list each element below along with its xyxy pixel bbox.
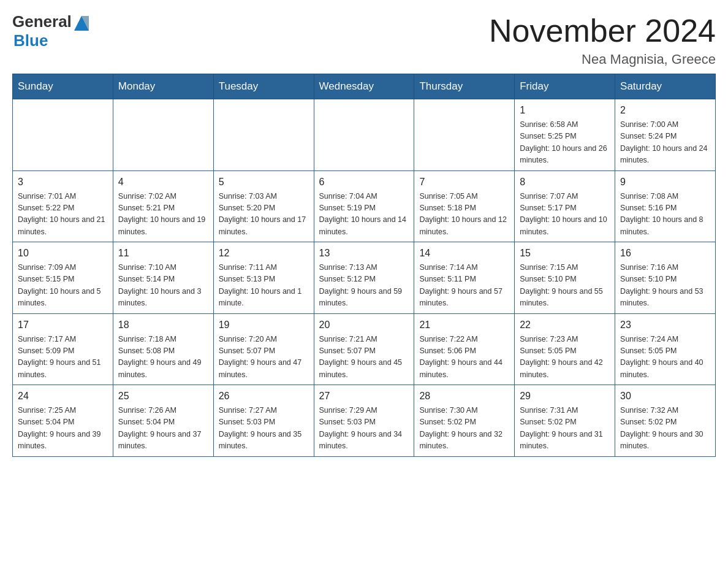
logo-blue-text: Blue xyxy=(13,31,48,50)
calendar-cell-w2-d2: 5Sunrise: 7:03 AMSunset: 5:20 PMDaylight… xyxy=(213,170,314,242)
calendar-cell-w1-d2 xyxy=(213,99,314,171)
calendar-cell-w4-d2: 19Sunrise: 7:20 AMSunset: 5:07 PMDayligh… xyxy=(213,313,314,385)
day-info: Sunrise: 7:13 AMSunset: 5:12 PMDaylight:… xyxy=(319,262,409,310)
day-info: Sunrise: 7:31 AMSunset: 5:02 PMDaylight:… xyxy=(520,405,610,453)
calendar-cell-w2-d3: 6Sunrise: 7:04 AMSunset: 5:19 PMDaylight… xyxy=(314,170,414,242)
calendar-week-5: 24Sunrise: 7:25 AMSunset: 5:04 PMDayligh… xyxy=(13,385,716,457)
day-info: Sunrise: 6:58 AMSunset: 5:25 PMDaylight:… xyxy=(520,119,610,167)
calendar-cell-w1-d5: 1Sunrise: 6:58 AMSunset: 5:25 PMDaylight… xyxy=(515,99,615,171)
day-number: 29 xyxy=(520,389,610,404)
day-info: Sunrise: 7:11 AMSunset: 5:13 PMDaylight:… xyxy=(219,262,309,310)
day-number: 3 xyxy=(18,175,108,190)
logo: General Blue xyxy=(12,12,91,50)
day-number: 24 xyxy=(18,389,108,404)
day-number: 23 xyxy=(620,318,710,332)
calendar-week-3: 10Sunrise: 7:09 AMSunset: 5:15 PMDayligh… xyxy=(13,242,716,314)
calendar-cell-w2-d6: 9Sunrise: 7:08 AMSunset: 5:16 PMDaylight… xyxy=(615,170,716,242)
calendar-cell-w3-d4: 14Sunrise: 7:14 AMSunset: 5:11 PMDayligh… xyxy=(414,242,515,314)
calendar-cell-w5-d0: 24Sunrise: 7:25 AMSunset: 5:04 PMDayligh… xyxy=(13,385,113,457)
calendar-cell-w5-d4: 28Sunrise: 7:30 AMSunset: 5:02 PMDayligh… xyxy=(414,385,515,457)
calendar-cell-w3-d1: 11Sunrise: 7:10 AMSunset: 5:14 PMDayligh… xyxy=(113,242,213,314)
calendar-table: Sunday Monday Tuesday Wednesday Thursday… xyxy=(12,74,716,457)
page-header: General Blue November 2024 Nea Magnisia,… xyxy=(12,12,716,67)
calendar-cell-w5-d1: 25Sunrise: 7:26 AMSunset: 5:04 PMDayligh… xyxy=(113,385,213,457)
day-info: Sunrise: 7:30 AMSunset: 5:02 PMDaylight:… xyxy=(419,405,509,453)
calendar-cell-w4-d4: 21Sunrise: 7:22 AMSunset: 5:06 PMDayligh… xyxy=(414,313,515,385)
col-tuesday: Tuesday xyxy=(213,74,314,99)
day-number: 14 xyxy=(419,246,509,261)
day-number: 18 xyxy=(118,318,208,332)
day-number: 5 xyxy=(219,175,309,190)
day-info: Sunrise: 7:09 AMSunset: 5:15 PMDaylight:… xyxy=(18,262,108,310)
calendar-cell-w3-d6: 16Sunrise: 7:16 AMSunset: 5:10 PMDayligh… xyxy=(615,242,716,314)
calendar-cell-w5-d3: 27Sunrise: 7:29 AMSunset: 5:03 PMDayligh… xyxy=(314,385,414,457)
page-subtitle: Nea Magnisia, Greece xyxy=(489,52,716,67)
calendar-cell-w2-d0: 3Sunrise: 7:01 AMSunset: 5:22 PMDaylight… xyxy=(13,170,113,242)
day-info: Sunrise: 7:25 AMSunset: 5:04 PMDaylight:… xyxy=(18,405,108,453)
day-number: 17 xyxy=(18,318,108,332)
logo-triangle-icon xyxy=(72,13,91,31)
day-info: Sunrise: 7:22 AMSunset: 5:06 PMDaylight:… xyxy=(419,334,509,381)
day-info: Sunrise: 7:21 AMSunset: 5:07 PMDaylight:… xyxy=(319,334,409,381)
col-monday: Monday xyxy=(113,74,213,99)
day-info: Sunrise: 7:14 AMSunset: 5:11 PMDaylight:… xyxy=(419,262,509,310)
calendar-cell-w3-d3: 13Sunrise: 7:13 AMSunset: 5:12 PMDayligh… xyxy=(314,242,414,314)
day-number: 2 xyxy=(620,103,710,118)
day-info: Sunrise: 7:29 AMSunset: 5:03 PMDaylight:… xyxy=(319,405,409,453)
calendar-cell-w3-d0: 10Sunrise: 7:09 AMSunset: 5:15 PMDayligh… xyxy=(13,242,113,314)
day-number: 8 xyxy=(520,175,610,190)
day-number: 10 xyxy=(18,246,108,261)
day-number: 13 xyxy=(319,246,409,261)
col-wednesday: Wednesday xyxy=(314,74,414,99)
day-number: 7 xyxy=(419,175,509,190)
calendar-cell-w4-d5: 22Sunrise: 7:23 AMSunset: 5:05 PMDayligh… xyxy=(515,313,615,385)
col-sunday: Sunday xyxy=(13,74,113,99)
day-info: Sunrise: 7:18 AMSunset: 5:08 PMDaylight:… xyxy=(118,334,208,381)
calendar-cell-w3-d5: 15Sunrise: 7:15 AMSunset: 5:10 PMDayligh… xyxy=(515,242,615,314)
day-info: Sunrise: 7:23 AMSunset: 5:05 PMDaylight:… xyxy=(520,334,610,381)
day-number: 27 xyxy=(319,389,409,404)
day-info: Sunrise: 7:04 AMSunset: 5:19 PMDaylight:… xyxy=(319,191,409,239)
calendar-cell-w1-d0 xyxy=(13,99,113,171)
calendar-cell-w2-d5: 8Sunrise: 7:07 AMSunset: 5:17 PMDaylight… xyxy=(515,170,615,242)
calendar-cell-w1-d3 xyxy=(314,99,414,171)
calendar-header-row: Sunday Monday Tuesday Wednesday Thursday… xyxy=(13,74,716,99)
day-number: 20 xyxy=(319,318,409,332)
calendar-cell-w4-d3: 20Sunrise: 7:21 AMSunset: 5:07 PMDayligh… xyxy=(314,313,414,385)
day-info: Sunrise: 7:17 AMSunset: 5:09 PMDaylight:… xyxy=(18,334,108,381)
calendar-cell-w3-d2: 12Sunrise: 7:11 AMSunset: 5:13 PMDayligh… xyxy=(213,242,314,314)
day-number: 22 xyxy=(520,318,610,332)
day-info: Sunrise: 7:05 AMSunset: 5:18 PMDaylight:… xyxy=(419,191,509,239)
day-info: Sunrise: 7:01 AMSunset: 5:22 PMDaylight:… xyxy=(18,191,108,239)
calendar-cell-w5-d5: 29Sunrise: 7:31 AMSunset: 5:02 PMDayligh… xyxy=(515,385,615,457)
calendar-cell-w1-d6: 2Sunrise: 7:00 AMSunset: 5:24 PMDaylight… xyxy=(615,99,716,171)
day-info: Sunrise: 7:00 AMSunset: 5:24 PMDaylight:… xyxy=(620,119,710,167)
calendar-cell-w2-d1: 4Sunrise: 7:02 AMSunset: 5:21 PMDaylight… xyxy=(113,170,213,242)
calendar-week-2: 3Sunrise: 7:01 AMSunset: 5:22 PMDaylight… xyxy=(13,170,716,242)
day-info: Sunrise: 7:20 AMSunset: 5:07 PMDaylight:… xyxy=(219,334,309,381)
day-number: 15 xyxy=(520,246,610,261)
calendar-cell-w2-d4: 7Sunrise: 7:05 AMSunset: 5:18 PMDaylight… xyxy=(414,170,515,242)
day-number: 11 xyxy=(118,246,208,261)
page-title: November 2024 xyxy=(489,12,716,49)
day-number: 16 xyxy=(620,246,710,261)
calendar-cell-w4-d1: 18Sunrise: 7:18 AMSunset: 5:08 PMDayligh… xyxy=(113,313,213,385)
col-thursday: Thursday xyxy=(414,74,515,99)
day-number: 1 xyxy=(520,103,610,118)
calendar-cell-w5-d6: 30Sunrise: 7:32 AMSunset: 5:02 PMDayligh… xyxy=(615,385,716,457)
day-number: 21 xyxy=(419,318,509,332)
day-info: Sunrise: 7:32 AMSunset: 5:02 PMDaylight:… xyxy=(620,405,710,453)
day-info: Sunrise: 7:07 AMSunset: 5:17 PMDaylight:… xyxy=(520,191,610,239)
calendar-cell-w4-d6: 23Sunrise: 7:24 AMSunset: 5:05 PMDayligh… xyxy=(615,313,716,385)
day-number: 12 xyxy=(219,246,309,261)
calendar-week-4: 17Sunrise: 7:17 AMSunset: 5:09 PMDayligh… xyxy=(13,313,716,385)
day-info: Sunrise: 7:02 AMSunset: 5:21 PMDaylight:… xyxy=(118,191,208,239)
day-info: Sunrise: 7:10 AMSunset: 5:14 PMDaylight:… xyxy=(118,262,208,310)
day-number: 6 xyxy=(319,175,409,190)
day-number: 30 xyxy=(620,389,710,404)
calendar-cell-w4-d0: 17Sunrise: 7:17 AMSunset: 5:09 PMDayligh… xyxy=(13,313,113,385)
day-info: Sunrise: 7:16 AMSunset: 5:10 PMDaylight:… xyxy=(620,262,710,310)
calendar-cell-w1-d1 xyxy=(113,99,213,171)
logo-general-text: General xyxy=(12,12,72,31)
calendar-cell-w5-d2: 26Sunrise: 7:27 AMSunset: 5:03 PMDayligh… xyxy=(213,385,314,457)
